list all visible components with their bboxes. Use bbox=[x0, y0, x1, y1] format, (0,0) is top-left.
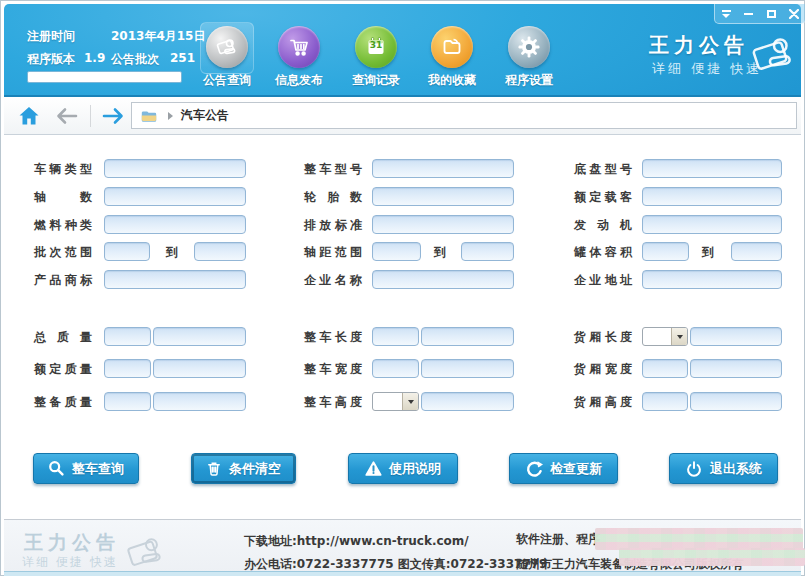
batch-range-label: 批次范围 bbox=[34, 244, 92, 261]
product-brand-input[interactable] bbox=[104, 270, 246, 289]
batch-range-to-input[interactable] bbox=[194, 242, 246, 261]
wheelbase-to-input[interactable] bbox=[461, 242, 514, 261]
cargo-width-input[interactable] bbox=[690, 359, 782, 378]
fuel-type-label: 燃料种类 bbox=[34, 217, 92, 234]
rated-passengers-label: 额定载客 bbox=[574, 189, 632, 206]
toolbar-item-announcement-query[interactable]: 公告查询 bbox=[197, 26, 257, 89]
rated-mass-unit-input[interactable] bbox=[104, 359, 151, 378]
redaction-mosaic bbox=[619, 548, 805, 566]
curb-mass-unit-input[interactable] bbox=[104, 392, 151, 411]
chevron-down-icon bbox=[402, 393, 418, 410]
vehicle-width-label: 整车宽度 bbox=[304, 361, 362, 378]
chevron-down-icon bbox=[671, 328, 687, 345]
home-button[interactable] bbox=[17, 104, 41, 132]
close-button[interactable] bbox=[783, 4, 805, 23]
forward-button[interactable] bbox=[100, 105, 126, 131]
calendar-day-text: 31 bbox=[355, 40, 397, 50]
vehicle-length-input[interactable] bbox=[421, 327, 514, 346]
window-menu-button[interactable] bbox=[715, 4, 738, 23]
cart-icon bbox=[278, 26, 320, 68]
vehicle-height-select[interactable] bbox=[372, 392, 419, 411]
axle-count-input[interactable] bbox=[104, 187, 246, 206]
toolbar-item-settings[interactable]: 程序设置 bbox=[499, 26, 559, 89]
maximize-button[interactable] bbox=[760, 4, 783, 23]
gear-icon bbox=[508, 26, 550, 68]
curb-mass-input[interactable] bbox=[153, 392, 246, 411]
tank-volume-from-input[interactable] bbox=[642, 242, 689, 261]
brand-logo-icon bbox=[749, 30, 799, 78]
vehicle-width-input[interactable] bbox=[421, 359, 514, 378]
batch-range-from-input[interactable] bbox=[104, 242, 150, 261]
redaction-mosaic bbox=[595, 528, 803, 550]
cargo-height-unit-input[interactable] bbox=[642, 392, 688, 411]
emission-standard-input[interactable] bbox=[372, 215, 514, 234]
breadcrumb-caret-icon bbox=[168, 112, 173, 120]
engine-input[interactable] bbox=[642, 215, 782, 234]
refresh-icon bbox=[525, 460, 543, 478]
chassis-model-label: 底盘型号 bbox=[574, 161, 632, 178]
rated-mass-label: 额定质量 bbox=[34, 361, 92, 378]
breadcrumb[interactable]: 汽车公告 bbox=[131, 102, 797, 129]
axle-count-label: 轴数 bbox=[34, 189, 92, 206]
footer-brand: 王力公告 bbox=[24, 530, 120, 556]
tank-volume-to-input[interactable] bbox=[731, 242, 782, 261]
cargo-height-label: 货厢高度 bbox=[574, 394, 632, 411]
company-address-input[interactable] bbox=[642, 270, 782, 289]
toolbar-item-query-records[interactable]: 31 查询记录 bbox=[346, 26, 406, 89]
trash-icon bbox=[206, 460, 222, 477]
program-version-value: 1.9 bbox=[84, 51, 105, 65]
download-address-text[interactable]: 下载地址:http://www.cn-truck.com/ bbox=[244, 533, 469, 550]
chassis-model-input[interactable] bbox=[642, 159, 782, 178]
product-brand-label: 产品商标 bbox=[34, 272, 92, 289]
header: 注册时间 2013年4月15日 程序版本 1.9 公告批次 251 公告查询 bbox=[4, 4, 801, 96]
vehicle-height-label: 整车高度 bbox=[304, 394, 362, 411]
wheelbase-from-input[interactable] bbox=[372, 242, 421, 261]
navigation-bar: 汽车公告 bbox=[4, 97, 801, 135]
vehicle-length-label: 整车长度 bbox=[304, 329, 362, 346]
toolbar-item-favorites[interactable]: 我的收藏 bbox=[422, 26, 482, 89]
batch-range-to-label: 到 bbox=[162, 244, 182, 261]
warning-icon bbox=[365, 460, 382, 477]
vehicle-length-unit-input[interactable] bbox=[372, 327, 419, 346]
minimize-button[interactable] bbox=[738, 4, 761, 23]
cargo-length-select[interactable] bbox=[642, 327, 688, 346]
power-icon bbox=[685, 460, 703, 478]
brand-tagline: 详细 便捷 快速 bbox=[652, 60, 762, 78]
vehicle-type-input[interactable] bbox=[104, 159, 246, 178]
toolbar-item-info-publish[interactable]: 信息发布 bbox=[269, 26, 329, 89]
usage-help-button[interactable]: 使用说明 bbox=[348, 453, 458, 484]
company-name-label: 企业名称 bbox=[304, 272, 362, 289]
batch-value: 251 bbox=[170, 51, 195, 65]
check-updates-button[interactable]: 检查更新 bbox=[509, 453, 618, 484]
cargo-height-input[interactable] bbox=[690, 392, 782, 411]
total-mass-unit-input[interactable] bbox=[104, 327, 151, 346]
exit-system-button[interactable]: 退出系统 bbox=[669, 453, 778, 484]
fuel-type-input[interactable] bbox=[104, 215, 246, 234]
vehicle-width-unit-input[interactable] bbox=[372, 359, 419, 378]
tire-count-input[interactable] bbox=[372, 187, 514, 206]
company-name-input[interactable] bbox=[372, 270, 514, 289]
tire-count-label: 轮胎数 bbox=[304, 189, 362, 206]
vehicle-height-input[interactable] bbox=[421, 392, 514, 411]
calendar-icon: 31 bbox=[355, 26, 397, 68]
total-mass-input[interactable] bbox=[153, 327, 246, 346]
announcement-search-icon bbox=[206, 26, 248, 68]
footer-bottom-strip bbox=[4, 571, 801, 576]
back-button[interactable] bbox=[54, 105, 80, 131]
clear-conditions-button[interactable]: 条件清空 bbox=[191, 453, 296, 484]
program-version-label: 程序版本 bbox=[27, 51, 75, 68]
cargo-length-input[interactable] bbox=[690, 327, 782, 346]
vehicle-model-input[interactable] bbox=[372, 159, 514, 178]
rated-passengers-input[interactable] bbox=[642, 187, 782, 206]
registration-time-value: 2013年4月15日 bbox=[111, 28, 205, 45]
app-window: 注册时间 2013年4月15日 程序版本 1.9 公告批次 251 公告查询 bbox=[0, 0, 805, 576]
cargo-width-unit-input[interactable] bbox=[642, 359, 688, 378]
tank-volume-to-label: 到 bbox=[698, 244, 718, 261]
folder-icon bbox=[431, 26, 473, 68]
rated-mass-input[interactable] bbox=[153, 359, 246, 378]
wheelbase-to-label: 到 bbox=[430, 244, 450, 261]
search-icon bbox=[48, 460, 65, 477]
vehicle-query-button[interactable]: 整车查询 bbox=[33, 453, 139, 484]
total-mass-label: 总质量 bbox=[34, 329, 92, 346]
breadcrumb-label: 汽车公告 bbox=[181, 107, 229, 124]
